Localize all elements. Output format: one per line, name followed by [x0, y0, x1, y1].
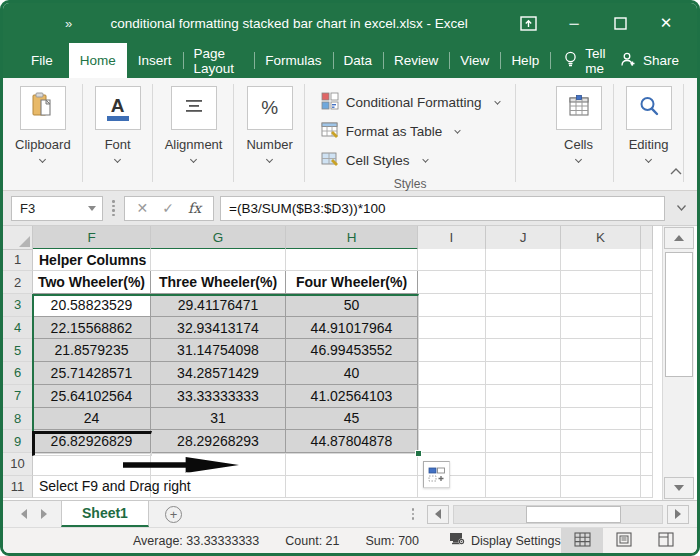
tab-view[interactable]: View: [449, 43, 500, 78]
enter-entry-icon[interactable]: ✓: [162, 200, 174, 216]
row-header-2[interactable]: 2: [3, 271, 33, 294]
cell-styles-button[interactable]: Cell Styles: [319, 146, 502, 175]
cell-J10[interactable]: [486, 453, 561, 476]
cells-button[interactable]: [556, 86, 602, 130]
cancel-entry-icon[interactable]: ✕: [137, 200, 149, 216]
cell-G8[interactable]: 31: [151, 408, 286, 431]
cell-H6[interactable]: 40: [286, 362, 418, 385]
cell-I7[interactable]: [418, 385, 486, 408]
cell-K1[interactable]: [561, 249, 641, 272]
clipboard-dropdown-icon[interactable]: [39, 156, 46, 163]
tab-formulas[interactable]: Formulas: [254, 43, 332, 78]
cell-F8[interactable]: 24: [33, 408, 151, 431]
cell-K10[interactable]: [561, 453, 641, 476]
alignment-dropdown-icon[interactable]: [190, 156, 197, 163]
cell-K11[interactable]: [561, 476, 641, 499]
cell-J2[interactable]: [486, 271, 561, 294]
hscroll-right-button[interactable]: [667, 505, 689, 524]
cell-F2[interactable]: Two Wheeler(%): [33, 271, 151, 294]
column-header-G[interactable]: G: [151, 226, 286, 250]
cell-G9[interactable]: 28.29268293: [151, 430, 286, 453]
insert-function-icon[interactable]: fx: [188, 200, 201, 216]
row-header-3[interactable]: 3: [3, 294, 33, 317]
row-header-10[interactable]: 10: [3, 453, 33, 476]
cell-G4[interactable]: 32.93413174: [151, 317, 286, 340]
tab-page-layout[interactable]: Page Layout: [183, 43, 255, 78]
collapse-ribbon-icon[interactable]: [669, 162, 683, 180]
cell-J11[interactable]: [486, 476, 561, 499]
normal-view-button[interactable]: [561, 528, 603, 554]
cell-G2[interactable]: Three Wheeler(%): [151, 271, 286, 294]
cell-K4[interactable]: [561, 317, 641, 340]
horizontal-scroll-track[interactable]: [453, 505, 663, 524]
tab-help[interactable]: Help: [500, 43, 550, 78]
cell-K9[interactable]: [561, 430, 641, 453]
cell-I6[interactable]: [418, 362, 486, 385]
column-header-J[interactable]: J: [486, 226, 561, 250]
column-header-H[interactable]: H: [286, 226, 418, 250]
select-all-corner[interactable]: [3, 226, 33, 250]
row-header-6[interactable]: 6: [3, 362, 33, 385]
cell-F4[interactable]: 22.15568862: [33, 317, 151, 340]
row-header-1[interactable]: 1: [3, 249, 33, 272]
cell-H8[interactable]: 45: [286, 408, 418, 431]
ribbon-display-options-icon[interactable]: [505, 3, 551, 43]
tab-home[interactable]: Home: [69, 43, 127, 78]
number-dropdown-icon[interactable]: [266, 156, 273, 163]
next-sheet-icon[interactable]: [41, 509, 47, 519]
cell-I8[interactable]: [418, 408, 486, 431]
cell-I1[interactable]: [418, 249, 486, 272]
page-break-preview-button[interactable]: [645, 528, 687, 554]
cell-H3[interactable]: 50: [286, 294, 418, 317]
row-header-8[interactable]: 8: [3, 408, 33, 431]
cell-I4[interactable]: [418, 317, 486, 340]
page-layout-view-button[interactable]: [603, 528, 645, 554]
minimize-button[interactable]: ─: [551, 3, 597, 43]
cell-I3[interactable]: [418, 294, 486, 317]
cell-J3[interactable]: [486, 294, 561, 317]
name-box-dropdown-icon[interactable]: [88, 206, 96, 211]
vertical-scrollbar[interactable]: [662, 226, 694, 500]
font-dropdown-icon[interactable]: [114, 156, 121, 163]
expand-formula-bar-icon[interactable]: [671, 196, 691, 221]
cell-K5[interactable]: [561, 339, 641, 362]
cell-K3[interactable]: [561, 294, 641, 317]
cell-G5[interactable]: 31.14754098: [151, 339, 286, 362]
cell-H5[interactable]: 46.99453552: [286, 339, 418, 362]
column-header-K[interactable]: K: [561, 226, 641, 250]
horizontal-scroll-thumb[interactable]: [526, 506, 621, 523]
cell-J6[interactable]: [486, 362, 561, 385]
new-sheet-button[interactable]: +: [165, 501, 182, 527]
cell-G3[interactable]: 29.41176471: [151, 294, 286, 317]
cell-J8[interactable]: [486, 408, 561, 431]
cell-H7[interactable]: 41.02564103: [286, 385, 418, 408]
tell-me-button[interactable]: Tell me: [550, 43, 620, 78]
prev-sheet-icon[interactable]: [21, 509, 27, 519]
cell-J5[interactable]: [486, 339, 561, 362]
close-button[interactable]: ✕: [643, 3, 689, 43]
auto-fill-options-button[interactable]: [423, 461, 450, 488]
tab-insert[interactable]: Insert: [127, 43, 183, 78]
editing-dropdown-icon[interactable]: [645, 156, 652, 163]
quick-access-toolbar-icon[interactable]: »: [65, 16, 73, 31]
cell-K8[interactable]: [561, 408, 641, 431]
format-as-table-button[interactable]: Format as Table: [319, 117, 502, 146]
column-header-F[interactable]: F: [33, 226, 151, 250]
row-header-11[interactable]: 11: [3, 476, 33, 499]
row-header-5[interactable]: 5: [3, 339, 33, 362]
alignment-button[interactable]: [171, 86, 217, 130]
vertical-scroll-thumb[interactable]: [665, 252, 693, 377]
cell-F7[interactable]: 25.64102564: [33, 385, 151, 408]
cell-F6[interactable]: 25.71428571: [33, 362, 151, 385]
cell-I5[interactable]: [418, 339, 486, 362]
font-button[interactable]: A: [95, 86, 141, 130]
cell-I9[interactable]: [418, 430, 486, 453]
tab-data[interactable]: Data: [333, 43, 384, 78]
tab-file[interactable]: File: [15, 43, 69, 78]
sheet-tab-sheet1[interactable]: Sheet1: [61, 501, 149, 527]
row-header-7[interactable]: 7: [3, 385, 33, 408]
cell-G7[interactable]: 33.33333333: [151, 385, 286, 408]
hscroll-left-button[interactable]: [427, 505, 449, 524]
scroll-down-button[interactable]: [664, 477, 694, 499]
cells-dropdown-icon[interactable]: [575, 156, 582, 163]
